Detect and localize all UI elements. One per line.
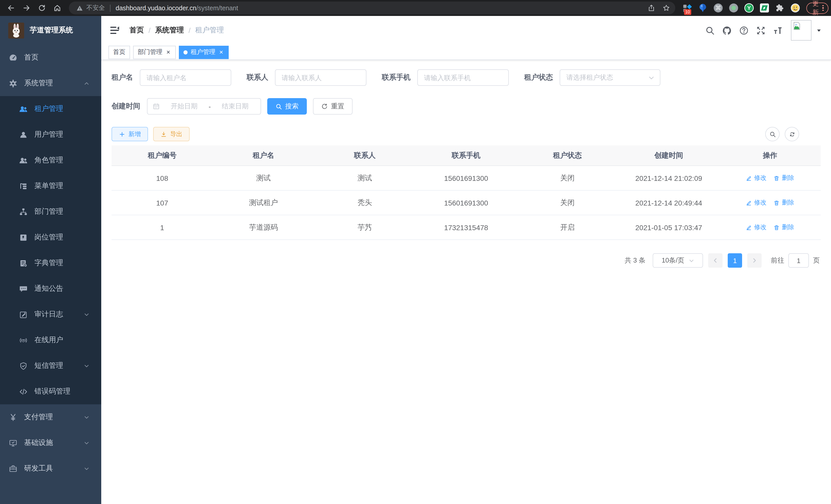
app-title: 芋道管理系统: [30, 26, 73, 35]
content: 租户名 联系人 联系手机 租户状态 请选择租户状态: [101, 60, 831, 504]
delete-link[interactable]: 删除: [774, 174, 794, 182]
hamburger-icon[interactable]: [110, 25, 120, 35]
cell-mobile: 17321315478: [416, 223, 517, 232]
arrow-right-icon: [22, 4, 30, 12]
chevron-down-icon: [83, 465, 90, 472]
chevron-down-icon: [648, 74, 655, 81]
chat-extension-icon[interactable]: [760, 3, 769, 13]
sidebar-item-17[interactable]: 研发工具: [0, 456, 101, 481]
sidebar-item-7[interactable]: 部门管理: [0, 199, 101, 225]
add-button[interactable]: 新增: [112, 127, 148, 141]
column-header: 租户状态: [517, 151, 618, 160]
sidebar-item-9[interactable]: 字典管理: [0, 250, 101, 276]
dashboard-icon: [9, 53, 18, 62]
github-icon[interactable]: [722, 25, 732, 35]
cell-name: 测试租户: [213, 198, 314, 207]
edit-link[interactable]: 修改: [746, 198, 767, 207]
mobile-input[interactable]: [417, 69, 509, 86]
browser-update-button[interactable]: 更新: [806, 2, 828, 13]
contact-input[interactable]: [275, 69, 366, 86]
tab-2[interactable]: 部门管理: [133, 46, 176, 59]
refresh-icon: [321, 103, 328, 110]
fullscreen-icon[interactable]: [756, 25, 766, 35]
sidebar-item-4[interactable]: 用户管理: [0, 122, 101, 147]
mobile-label: 联系手机: [382, 73, 411, 82]
tab-1[interactable]: 首页: [109, 46, 130, 59]
blocks-diamond-extension-icon[interactable]: 10: [683, 3, 692, 13]
delete-link[interactable]: 删除: [774, 223, 794, 232]
puzzle-extensions-icon[interactable]: [775, 3, 785, 13]
browser-home-button[interactable]: [51, 2, 63, 14]
sidebar-item-5[interactable]: 角色管理: [0, 147, 101, 173]
sidebar-item-10[interactable]: 通知公告: [0, 276, 101, 302]
sidebar-item-11[interactable]: 审计日志: [0, 302, 101, 327]
sidebar-item-6[interactable]: 菜单管理: [0, 173, 101, 199]
export-button[interactable]: 导出: [153, 127, 190, 141]
next-page-button[interactable]: [747, 253, 762, 268]
browser-menu-icon[interactable]: [822, 5, 824, 11]
security-label[interactable]: 不安全: [86, 4, 105, 12]
bookmark-star-icon[interactable]: [662, 4, 670, 12]
close-icon[interactable]: [219, 49, 224, 55]
breadcrumb-system[interactable]: 系统管理: [155, 26, 184, 35]
tenant-name-input[interactable]: [140, 69, 231, 86]
sidebar-item-14[interactable]: 错误码管理: [0, 379, 101, 404]
roles-icon: [19, 156, 28, 165]
y-logo-extension-icon[interactable]: Y: [744, 3, 754, 13]
emoji-avatar-icon[interactable]: [791, 3, 800, 13]
reset-button[interactable]: 重置: [313, 98, 352, 115]
table-row: 107测试租户秃头15601691300关闭2021-12-14 20:49:4…: [112, 190, 821, 215]
show-search-button[interactable]: [765, 127, 780, 141]
command-extension-icon[interactable]: ⌘: [713, 3, 723, 13]
prev-page-button[interactable]: [708, 253, 722, 268]
tab-3[interactable]: 租户管理: [179, 46, 229, 59]
sidebar-item-12[interactable]: 在线用户: [0, 327, 101, 353]
close-icon[interactable]: [166, 49, 171, 55]
address-bar[interactable]: 不安全 dashboard.yudao.iocoder.cn/system/te…: [69, 2, 675, 14]
cell-status: 关闭: [517, 198, 618, 207]
header-search-icon[interactable]: [705, 25, 715, 35]
tenant-status-select[interactable]: 请选择租户状态: [560, 69, 660, 86]
help-question-icon[interactable]: [739, 25, 749, 35]
update-label: 更新: [812, 0, 819, 17]
app-logo[interactable]: 芋道管理系统: [0, 16, 101, 45]
sidebar-item-16[interactable]: 基础设施: [0, 430, 101, 456]
cell-contact: 芋艿: [314, 223, 416, 232]
cell-status: 开启: [517, 223, 618, 232]
sidebar-item-1[interactable]: 首页: [0, 45, 101, 70]
audit-log-icon: [19, 310, 28, 319]
browser-reload-button[interactable]: [35, 2, 48, 14]
screen: 不安全 dashboard.yudao.iocoder.cn/system/te…: [0, 0, 831, 504]
sidebar-item-8[interactable]: 岗位管理: [0, 225, 101, 250]
page-number-button[interactable]: 1: [728, 253, 742, 268]
refresh-table-button[interactable]: [785, 127, 799, 141]
sidebar-item-2[interactable]: 系统管理: [0, 70, 101, 96]
sidebar-item-3[interactable]: 租户管理: [0, 96, 101, 122]
cell-name: 芋道源码: [213, 223, 314, 232]
breadcrumb-home[interactable]: 首页: [130, 26, 144, 35]
avatar[interactable]: [791, 20, 811, 40]
start-date-placeholder: 开始日期: [164, 102, 204, 111]
create-time-range-picker[interactable]: 开始日期 - 结束日期: [147, 98, 261, 115]
browser-forward-button[interactable]: [20, 2, 32, 14]
browser-back-button[interactable]: [5, 2, 17, 14]
delete-link[interactable]: 删除: [774, 198, 794, 207]
sidebar-item-13[interactable]: 短信管理: [0, 353, 101, 379]
sidebar-item-15[interactable]: 支付管理: [0, 404, 101, 430]
goto-label: 前往: [771, 256, 784, 265]
page-size-select[interactable]: 10条/页: [653, 253, 703, 268]
goto-page-input[interactable]: [789, 253, 809, 268]
record-extension-icon[interactable]: [729, 3, 739, 13]
search-button[interactable]: 搜索: [267, 98, 307, 115]
edit-link[interactable]: 修改: [746, 223, 767, 232]
home-icon: [53, 4, 61, 12]
font-size-icon[interactable]: [773, 25, 783, 35]
search-icon: [769, 131, 776, 138]
url-text[interactable]: dashboard.yudao.iocoder.cn/system/tenant: [116, 4, 238, 11]
balloon-extension-icon[interactable]: [698, 3, 708, 13]
share-icon[interactable]: [648, 4, 655, 12]
sidebar: 芋道管理系统 首页系统管理租户管理用户管理角色管理菜单管理部门管理岗位管理字典管…: [0, 16, 101, 504]
edit-icon: [746, 224, 752, 230]
caret-down-icon[interactable]: [816, 28, 822, 33]
edit-link[interactable]: 修改: [746, 174, 767, 182]
